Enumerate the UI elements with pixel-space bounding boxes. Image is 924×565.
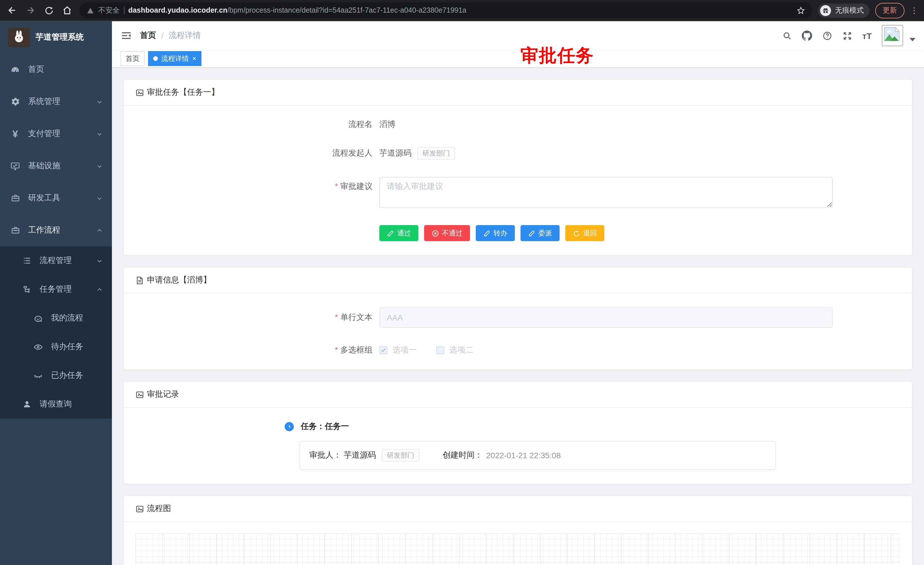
breadcrumb-home[interactable]: 首页	[140, 30, 156, 41]
url-text: dashboard.yudao.iocoder.cn/bpm/process-i…	[128, 6, 466, 14]
eye-open-icon	[33, 342, 43, 352]
suggestion-row: 审批建议	[135, 177, 900, 208]
forward-icon[interactable]	[24, 4, 37, 17]
action-buttons-row: 通过 不通过	[135, 225, 900, 241]
checkbox-label: 选项一	[393, 345, 417, 355]
sidebar-item-my-process[interactable]: 我的流程	[0, 304, 112, 332]
menu-fold-icon[interactable]	[120, 30, 132, 41]
chevron-down-icon	[96, 195, 103, 201]
sidebar-item-label: 任务管理	[40, 284, 72, 295]
incognito-icon	[820, 5, 831, 16]
sidebar-item-label: 流程管理	[40, 255, 72, 266]
clock-icon	[285, 422, 294, 431]
picture-icon	[135, 390, 144, 399]
checkbox-option-one: 选项一	[380, 345, 417, 355]
tag-process-detail[interactable]: 流程详情	[148, 51, 201, 66]
approve-button[interactable]: 通过	[380, 225, 418, 241]
sidebar-item-todo-tasks[interactable]: 待办任务	[0, 332, 112, 361]
document-icon	[135, 276, 144, 284]
browser-toolbar: 不安全 dashboard.yudao.iocoder.cn/bpm/proce…	[0, 0, 924, 21]
browser-update-button[interactable]: 更新	[875, 3, 904, 18]
home-icon[interactable]	[61, 4, 74, 17]
screen: 不安全 dashboard.yudao.iocoder.cn/bpm/proce…	[0, 0, 924, 565]
tag-close-icon[interactable]	[192, 54, 196, 63]
edit-icon	[528, 229, 536, 237]
application-info-card: 申请信息【滔博】 单行文本 多选框组	[123, 267, 912, 370]
page-content: 审批任务【任务一】 流程名 滔博 流程发起人 芋道源码 研发部门	[112, 68, 924, 565]
not-secure-label: 不安全	[98, 6, 120, 15]
transfer-button[interactable]: 转办	[476, 225, 515, 241]
card-title: 审批记录	[147, 389, 179, 400]
avatar-caret-icon[interactable]	[910, 38, 915, 41]
record-detail-card: 审批人：芋道源码 研发部门 创建时间： 2022-01-21 22:35:08	[300, 441, 776, 470]
sidebar-item-workflow[interactable]: 工作流程	[0, 214, 112, 246]
tag-label: 首页	[126, 54, 140, 63]
delegate-button[interactable]: 委派	[520, 225, 560, 241]
initiator-label: 流程发起人	[135, 148, 380, 158]
eye-closed-icon	[33, 371, 43, 380]
sidebar: 芋道管理系统 首页 系统管理	[0, 21, 112, 565]
sidebar-item-label: 工作流程	[28, 225, 60, 236]
sidebar-item-system[interactable]: 系统管理	[0, 86, 112, 118]
return-button[interactable]: 退回	[565, 225, 604, 241]
toolbox-icon	[10, 193, 20, 203]
undo-icon	[573, 229, 580, 237]
process-name-label: 流程名	[135, 119, 380, 130]
single-text-input	[380, 307, 833, 328]
github-icon[interactable]	[802, 30, 812, 41]
avatar[interactable]	[882, 25, 903, 47]
fullscreen-icon[interactable]	[842, 30, 852, 41]
bookmark-star-icon[interactable]	[796, 6, 805, 15]
edit-icon	[483, 229, 491, 237]
chevron-up-icon	[96, 227, 103, 233]
card-title: 审批任务【任务一】	[147, 87, 219, 98]
branch-icon	[22, 284, 32, 294]
sidebar-logo[interactable]: 芋道管理系统	[0, 21, 112, 53]
card-body: 流程名 滔博 流程发起人 芋道源码 研发部门 审批建议	[124, 106, 912, 255]
address-bar[interactable]: 不安全 dashboard.yudao.iocoder.cn/bpm/proce…	[79, 2, 812, 18]
process-diagram-card: 流程图	[123, 496, 912, 565]
yen-icon: ¥	[10, 129, 20, 139]
sidebar-item-home[interactable]: 首页	[0, 53, 112, 86]
search-icon[interactable]	[782, 30, 792, 41]
approval-record-card: 审批记录 任务：任务一 审批人：芋道源码	[123, 381, 912, 484]
sidebar-item-leave-query[interactable]: 请假查询	[0, 390, 112, 419]
assignee-value: 芋道源码	[344, 450, 376, 460]
button-label: 转办	[494, 228, 507, 238]
sidebar-item-label: 待办任务	[51, 342, 83, 352]
font-size-icon[interactable]: тT	[862, 31, 872, 41]
approve-task-card: 审批任务【任务一】 流程名 滔博 流程发起人 芋道源码 研发部门	[123, 79, 912, 255]
tree-list-icon	[22, 256, 32, 266]
button-label: 不通过	[442, 228, 463, 238]
help-icon[interactable]	[822, 30, 832, 41]
sidebar-item-infra[interactable]: 基础设施	[0, 150, 112, 182]
sidebar-item-devtools[interactable]: 研发工具	[0, 182, 112, 214]
reject-button[interactable]: 不通过	[424, 225, 470, 241]
card-header: 审批任务【任务一】	[124, 80, 912, 106]
dept-tag: 研发部门	[417, 147, 455, 159]
checkbox-group-row: 多选框组 选项一 选项二	[135, 345, 900, 355]
checkbox-group-label: 多选框组	[135, 345, 380, 355]
tag-home[interactable]: 首页	[120, 51, 145, 66]
card-header: 申请信息【滔博】	[124, 267, 912, 293]
button-label: 委派	[538, 228, 552, 238]
created-label: 创建时间：	[442, 450, 483, 460]
browser-menu-icon[interactable]: ⋮	[910, 6, 918, 15]
sidebar-item-pay[interactable]: ¥ 支付管理	[0, 118, 112, 150]
sidebar-item-task-mgmt[interactable]: 任务管理	[0, 275, 112, 304]
suggestion-textarea[interactable]	[380, 177, 833, 208]
chevron-up-icon	[96, 286, 103, 293]
url-path: /bpm/process-instance/detail?id=54aa251f…	[228, 6, 466, 14]
card-header: 审批记录	[124, 382, 912, 408]
process-name-row: 流程名 滔博	[135, 119, 900, 130]
card-title: 申请信息【滔博】	[147, 275, 211, 286]
sidebar-item-done-tasks[interactable]: 已办任务	[0, 361, 112, 390]
sidebar-item-process-mgmt[interactable]: 流程管理	[0, 246, 112, 275]
sidebar-item-label: 我的流程	[51, 313, 83, 323]
sidebar-item-label: 首页	[28, 64, 44, 75]
reload-icon[interactable]	[42, 4, 55, 17]
chevron-down-icon	[96, 257, 103, 264]
card-body	[124, 522, 912, 565]
bpmn-grid-canvas[interactable]	[135, 533, 900, 565]
back-icon[interactable]	[6, 4, 18, 17]
